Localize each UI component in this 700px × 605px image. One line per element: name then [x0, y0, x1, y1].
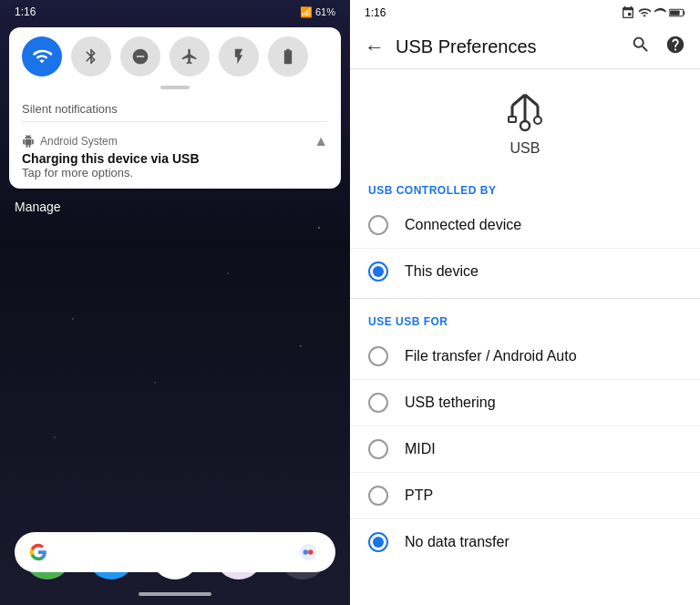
search-bar[interactable]: [15, 532, 335, 572]
svg-rect-5: [684, 11, 685, 15]
svg-point-1: [304, 549, 309, 555]
connections-icon: [621, 5, 635, 20]
radio-option-ptp[interactable]: PTP: [350, 473, 700, 519]
flashlight-toggle[interactable]: [219, 36, 259, 77]
right-content: USB USB CONTROLLED BY Connected device T…: [350, 69, 700, 605]
notification-app-name: Android System: [22, 135, 118, 148]
radio-label-connected: Connected device: [405, 217, 521, 233]
radio-label-tethering: USB tethering: [405, 395, 496, 411]
radio-option-midi[interactable]: MIDI: [350, 426, 700, 473]
left-status-bar: 1:16 📶 61%: [0, 0, 350, 24]
google-dot: [295, 539, 321, 565]
radio-option-this[interactable]: This device: [350, 249, 700, 294]
usb-label: USB: [510, 140, 540, 157]
radio-option-tethering[interactable]: USB tethering: [350, 380, 700, 426]
use-options-group: File transfer / Android Auto USB tetheri…: [350, 333, 700, 565]
manage-button[interactable]: Manage: [0, 192, 350, 221]
svg-point-12: [534, 117, 541, 124]
radio-label-midi: MIDI: [405, 441, 436, 457]
radio-circle-file: [368, 346, 388, 366]
usb-symbol: [503, 91, 547, 135]
section-divider: [350, 298, 700, 299]
expand-icon[interactable]: ▲: [314, 133, 328, 149]
section-use-for: USE USB FOR: [350, 302, 700, 333]
app-name-text: Android System: [40, 135, 118, 148]
svg-line-7: [512, 95, 525, 106]
search-button[interactable]: [631, 35, 651, 59]
google-g-icon: [29, 543, 47, 561]
battery-label: 61%: [315, 6, 335, 17]
radio-option-connected[interactable]: Connected device: [350, 202, 700, 249]
network-icon: 📶: [300, 6, 313, 18]
signal-icon: [654, 6, 666, 19]
page-title: USB Preferences: [396, 36, 620, 57]
search-text: [29, 543, 295, 561]
wifi-icon-right: [638, 6, 651, 19]
notification-panel: Silent notifications Android System ▲ Ch…: [9, 27, 341, 189]
radio-circle-ptp: [368, 486, 388, 506]
google-assistant-icon: [298, 542, 318, 562]
radio-option-file[interactable]: File transfer / Android Auto: [350, 333, 700, 380]
airplane-toggle[interactable]: [170, 36, 210, 77]
right-panel: 1:16 ← USB Preferences: [350, 0, 700, 605]
back-button[interactable]: ←: [365, 36, 385, 59]
dnd-toggle[interactable]: [120, 36, 160, 77]
notification-item[interactable]: Android System ▲ Charging this device vi…: [22, 128, 328, 185]
section-controlled-by: USB CONTROLLED BY: [350, 171, 700, 202]
notification-app-row: Android System ▲: [22, 133, 328, 149]
search-icon: [631, 35, 651, 55]
radio-label-ptp: PTP: [405, 487, 433, 504]
radio-circle-connected: [368, 215, 388, 235]
battery-icon-right: [669, 7, 685, 18]
svg-point-2: [308, 549, 314, 555]
radio-label-file: File transfer / Android Auto: [405, 348, 577, 364]
bluetooth-toggle[interactable]: [71, 36, 111, 77]
radio-circle-tethering: [368, 393, 388, 413]
controlled-options-group: Connected device This device: [350, 202, 700, 294]
notification-section: Silent notifications Android System ▲ Ch…: [9, 97, 341, 189]
nav-bar: [0, 583, 350, 605]
left-time: 1:16: [15, 5, 36, 18]
left-panel: 1:16 📶 61%: [0, 0, 350, 605]
toolbar-icons: [631, 35, 685, 59]
notification-body: Tap for more options.: [22, 166, 328, 179]
right-time: 1:16: [365, 6, 386, 19]
right-status-icons: [621, 5, 685, 20]
radio-circle-nodata: [368, 532, 388, 552]
svg-rect-10: [509, 117, 516, 122]
home-indicator: [139, 592, 211, 596]
radio-option-nodata[interactable]: No data transfer: [350, 519, 700, 565]
right-toolbar: ← USB Preferences: [350, 26, 700, 69]
usb-section: USB: [350, 69, 700, 171]
drag-handle: [160, 86, 190, 89]
radio-label-this: This device: [405, 263, 479, 280]
radio-circle-midi: [368, 439, 388, 459]
svg-rect-4: [670, 10, 680, 15]
help-icon: [665, 35, 685, 55]
wifi-toggle[interactable]: [22, 36, 62, 77]
battery-saver-toggle[interactable]: [268, 36, 308, 77]
left-status-icons: 📶 61%: [300, 6, 335, 18]
svg-point-13: [520, 121, 530, 130]
quick-toggles: [9, 27, 341, 86]
radio-label-nodata: No data transfer: [405, 534, 510, 550]
notification-title: Charging this device via USB: [22, 151, 328, 166]
right-status-bar: 1:16: [350, 0, 700, 26]
android-icon: [22, 135, 35, 148]
svg-line-8: [525, 95, 538, 106]
radio-circle-this: [368, 261, 388, 282]
help-button[interactable]: [665, 35, 685, 59]
divider: [22, 121, 328, 122]
notification-label: Silent notifications: [22, 102, 328, 116]
